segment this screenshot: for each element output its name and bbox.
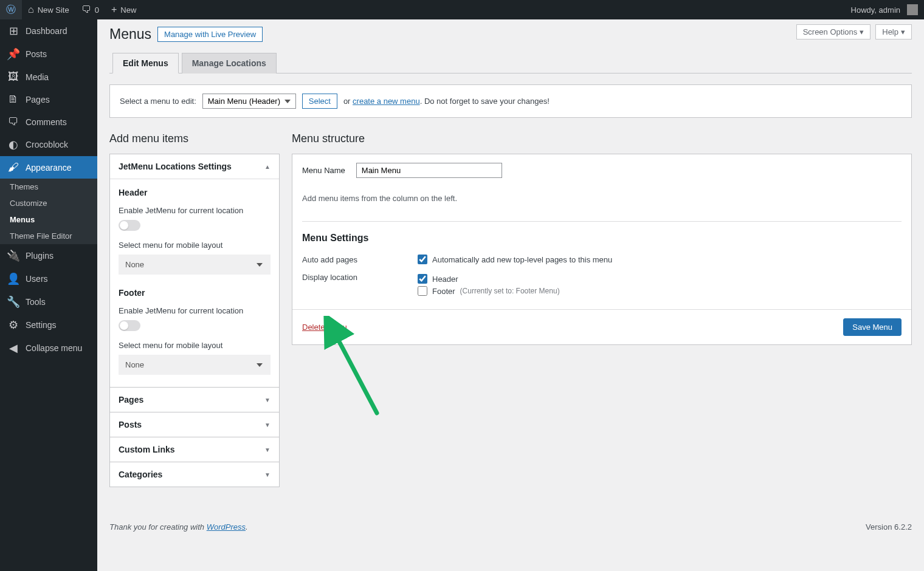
live-preview-button[interactable]: Manage with Live Preview	[157, 27, 263, 42]
menu-name-label: Menu Name	[302, 166, 345, 175]
sidebar-item-comments[interactable]: 🗨Comments	[0, 111, 97, 133]
sidebar-item-users[interactable]: 👤Users	[0, 267, 97, 290]
mobile-layout-label-header: Select menu for mobile layout	[119, 241, 271, 250]
add-items-hint: Add menu items from the column on the le…	[292, 186, 911, 221]
comment-count: 0	[95, 5, 99, 15]
caret-down-icon: ▼	[264, 446, 271, 453]
submenu-theme-file-editor[interactable]: Theme File Editor	[0, 228, 97, 244]
sidebar-item-tools[interactable]: 🔧Tools	[0, 290, 97, 313]
admin-sidebar: ⊞Dashboard 📌Posts 🖼Media 🗎Pages 🗨Comment…	[0, 19, 97, 542]
select-button[interactable]: Select	[302, 94, 337, 109]
wp-logo[interactable]: ⓦ	[0, 0, 22, 19]
caret-down-icon: ▼	[264, 422, 271, 428]
comment-icon: 🗨	[7, 115, 19, 128]
tab-edit-menus[interactable]: Edit Menus	[112, 53, 179, 74]
new-link[interactable]: +New	[105, 0, 142, 19]
brush-icon: 🖌	[7, 161, 19, 174]
mobile-layout-select-header[interactable]: None	[119, 255, 271, 275]
nav-tabs: Edit Menus Manage Locations	[109, 52, 912, 74]
comment-icon: 🗨	[81, 4, 91, 15]
sidebar-item-appearance[interactable]: 🖌Appearance	[0, 156, 97, 179]
submenu-themes[interactable]: Themes	[0, 179, 97, 195]
menu-select-bar: Select a menu to edit: Main Menu (Header…	[109, 84, 912, 118]
sidebar-item-settings[interactable]: ⚙Settings	[0, 313, 97, 337]
menu-name-input[interactable]	[356, 163, 502, 178]
home-icon: ⌂	[28, 4, 34, 15]
acc-custom-links-header[interactable]: Custom Links▼	[110, 437, 279, 462]
location-footer-checkbox[interactable]	[418, 286, 427, 296]
sidebar-item-crocoblock[interactable]: ◐Crocoblock	[0, 133, 97, 156]
acc-categories-header[interactable]: Categories▼	[110, 462, 279, 487]
page-title: Menus	[109, 26, 151, 43]
plug-icon: 🔌	[7, 249, 19, 262]
sidebar-item-pages[interactable]: 🗎Pages	[0, 88, 97, 111]
menu-settings-title: Menu Settings	[292, 222, 911, 250]
submenu-menus[interactable]: Menus	[0, 211, 97, 228]
sidebar-item-collapse[interactable]: ◀Collapse menu	[0, 337, 97, 360]
version-text: Version 6.2.2	[866, 522, 912, 532]
enable-jetmenu-toggle-header[interactable]	[119, 220, 140, 231]
enable-jetmenu-toggle-footer[interactable]	[119, 320, 140, 331]
howdy-link[interactable]: Howdy, admin	[845, 0, 924, 19]
wrench-icon: 🔧	[7, 295, 19, 309]
pin-icon: 📌	[7, 47, 19, 61]
admin-bar: ⓦ ⌂New Site 🗨0 +New Howdy, admin	[0, 0, 924, 19]
select-prefix: Select a menu to edit:	[120, 97, 196, 106]
menu-structure-title: Menu structure	[292, 132, 912, 145]
caret-down-icon: ▼	[264, 397, 271, 403]
caret-down-icon: ▾	[860, 27, 864, 36]
croco-icon: ◐	[7, 138, 19, 151]
caret-up-icon: ▲	[264, 163, 271, 170]
page-icon: 🗎	[7, 93, 19, 106]
screen-options-button[interactable]: Screen Options▾	[796, 24, 871, 39]
caret-down-icon: ▾	[901, 27, 905, 36]
avatar-icon	[907, 4, 918, 15]
location-footer-row[interactable]: Footer (Currently set to: Footer Menu)	[418, 285, 902, 297]
enable-jetmenu-label-footer: Enable JetMenu for current location	[119, 306, 271, 315]
comments-link[interactable]: 🗨0	[75, 0, 105, 19]
menu-structure-panel: Menu Name Add menu items from the column…	[292, 154, 912, 345]
user-icon: 👤	[7, 272, 19, 286]
new-label: New	[120, 5, 136, 15]
sidebar-item-dashboard[interactable]: ⊞Dashboard	[0, 19, 97, 43]
tab-manage-locations[interactable]: Manage Locations	[182, 53, 277, 74]
appearance-submenu: Themes Customize Menus Theme File Editor	[0, 179, 97, 244]
location-header-row[interactable]: Header	[418, 273, 902, 285]
sidebar-item-posts[interactable]: 📌Posts	[0, 43, 97, 66]
media-icon: 🖼	[7, 70, 19, 83]
acc-posts-header[interactable]: Posts▼	[110, 412, 279, 437]
collapse-icon: ◀	[7, 341, 19, 355]
wordpress-link[interactable]: WordPress	[207, 522, 246, 532]
page-footer: Thank you for creating with WordPress. V…	[97, 511, 924, 542]
site-link[interactable]: ⌂New Site	[22, 0, 75, 19]
mobile-layout-label-footer: Select menu for mobile layout	[119, 341, 271, 350]
howdy-text: Howdy, admin	[851, 5, 900, 15]
acc-jetmenu-header[interactable]: JetMenu Locations Settings ▲	[110, 154, 279, 179]
display-location-label: Display location	[302, 273, 418, 282]
caret-down-icon: ▼	[264, 471, 271, 478]
acc-pages-header[interactable]: Pages▼	[110, 387, 279, 412]
help-button[interactable]: Help▾	[875, 24, 912, 39]
wordpress-icon: ⓦ	[6, 4, 16, 16]
jetmenu-header-title: Header	[119, 188, 271, 197]
menu-select[interactable]: Main Menu (Header)	[202, 94, 296, 109]
delete-menu-link[interactable]: Delete Menu	[302, 323, 347, 332]
auto-add-label: Auto add pages	[302, 255, 418, 264]
auto-add-checkbox-row[interactable]: Automatically add new top-level pages to…	[418, 253, 902, 265]
sidebar-item-plugins[interactable]: 🔌Plugins	[0, 244, 97, 267]
sidebar-item-media[interactable]: 🖼Media	[0, 66, 97, 88]
mobile-layout-select-footer[interactable]: None	[119, 355, 271, 375]
add-items-accordion: JetMenu Locations Settings ▲ Header Enab…	[109, 154, 280, 487]
site-name: New Site	[38, 5, 69, 15]
save-menu-button[interactable]: Save Menu	[843, 318, 902, 336]
jetmenu-footer-title: Footer	[119, 288, 271, 298]
submenu-customize[interactable]: Customize	[0, 195, 97, 211]
dashboard-icon: ⊞	[7, 24, 19, 38]
create-new-menu-link[interactable]: create a new menu	[353, 97, 420, 106]
acc-jetmenu-body: Header Enable JetMenu for current locati…	[110, 179, 279, 387]
location-header-checkbox[interactable]	[418, 274, 427, 284]
location-footer-note: (Currently set to: Footer Menu)	[460, 287, 560, 295]
auto-add-checkbox[interactable]	[418, 255, 427, 264]
add-items-title: Add menu items	[109, 132, 280, 145]
plus-icon: +	[111, 4, 117, 15]
